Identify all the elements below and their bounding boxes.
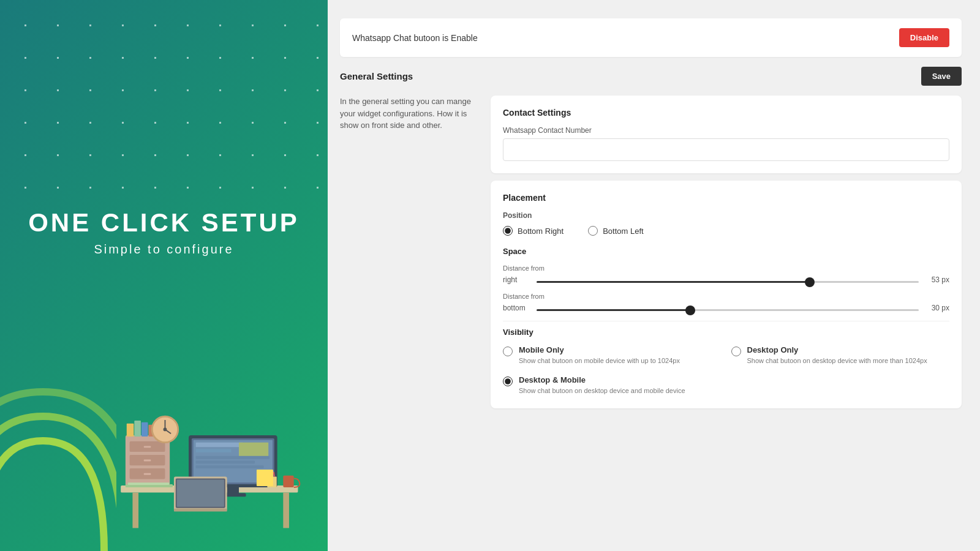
- svg-rect-11: [134, 421, 141, 437]
- vis-mobile-only[interactable]: Mobile Only Show chat butoon on mobile d…: [503, 345, 722, 365]
- position-bottom-right[interactable]: Bottom Right: [503, 226, 564, 236]
- position-bottom-left[interactable]: Bottom Left: [588, 226, 643, 236]
- radio-bottom-right-label: Bottom Right: [518, 227, 564, 236]
- vis-both-text: Desktop & Mobile Show chat butoon on des…: [519, 375, 685, 395]
- right-panel: Whatsapp Chat butoon is Enable Disable G…: [328, 0, 980, 551]
- bottom-value: 30 px: [925, 304, 949, 312]
- vis-desktop-label: Desktop Only: [747, 345, 927, 354]
- svg-rect-10: [127, 424, 134, 437]
- placement-card-title: Placement: [503, 193, 949, 203]
- radio-mobile-only[interactable]: [503, 347, 513, 356]
- hero-title: ONE CLICK SETUP: [28, 208, 300, 238]
- svg-rect-2: [283, 493, 289, 528]
- right-slider-row: right 53 px: [503, 274, 949, 285]
- svg-rect-22: [196, 443, 243, 448]
- dot-grid-decoration: [0, 0, 328, 190]
- svg-rect-8: [144, 460, 151, 462]
- vis-desktop-desc: Show chat butoon on desktop device with …: [747, 356, 927, 365]
- right-slider-container: [537, 274, 919, 285]
- general-cards: Contact Settings Whatsapp Contact Number…: [491, 96, 962, 408]
- radio-desktop-only[interactable]: [731, 347, 741, 356]
- visibility-grid: Mobile Only Show chat butoon on mobile d…: [503, 345, 949, 396]
- svg-rect-26: [196, 461, 255, 464]
- contact-field-label: Whatsapp Contact Number: [503, 126, 949, 135]
- svg-rect-27: [196, 465, 264, 468]
- contact-settings-card: Contact Settings Whatsapp Contact Number: [491, 96, 962, 173]
- visibility-title: Visiblity: [503, 328, 949, 337]
- radio-bottom-left[interactable]: [588, 226, 598, 236]
- save-button[interactable]: Save: [921, 67, 962, 86]
- right-value: 53 px: [925, 276, 949, 284]
- vis-desktop-mobile[interactable]: Desktop & Mobile Show chat butoon on des…: [503, 375, 722, 395]
- contact-card-title: Contact Settings: [503, 108, 949, 118]
- svg-rect-32: [177, 479, 224, 506]
- svg-rect-1: [132, 493, 138, 528]
- right-distance-slider[interactable]: [537, 281, 919, 283]
- svg-rect-7: [144, 446, 151, 448]
- vis-mobile-label: Mobile Only: [519, 345, 680, 354]
- distance-bottom-desc: Distance from: [503, 293, 949, 300]
- bottom-slider-container: [537, 302, 919, 313]
- general-flex-layout: In the general setting you can mange you…: [340, 96, 962, 408]
- general-settings-section: General Settings Save In the general set…: [340, 67, 962, 408]
- bottom-distance-slider[interactable]: [537, 309, 919, 311]
- position-label: Position: [503, 211, 949, 220]
- svg-rect-12: [141, 422, 148, 437]
- svg-rect-41: [257, 470, 273, 486]
- position-radio-group: Bottom Right Bottom Left: [503, 226, 949, 236]
- vis-both-label: Desktop & Mobile: [519, 375, 685, 384]
- svg-rect-23: [196, 449, 232, 452]
- svg-line-38: [274, 472, 274, 477]
- status-bar: Whatsapp Chat butoon is Enable Disable: [340, 18, 962, 57]
- placement-card: Placement Position Bottom Right Bottom L…: [491, 181, 962, 408]
- left-panel: ONE CLICK SETUP Simple to configure: [0, 0, 328, 551]
- distance-right-desc: Distance from: [503, 264, 949, 272]
- vis-mobile-desc: Show chat butoon on mobile device with u…: [519, 356, 680, 365]
- svg-rect-40: [128, 482, 170, 485]
- svg-rect-34: [283, 476, 293, 487]
- vis-mobile-text: Mobile Only Show chat butoon on mobile d…: [519, 345, 680, 365]
- whatsapp-number-input[interactable]: [503, 138, 949, 161]
- radio-bottom-left-label: Bottom Left: [603, 227, 643, 236]
- svg-rect-9: [144, 473, 151, 475]
- right-label: right: [503, 276, 530, 284]
- svg-rect-25: [196, 456, 270, 459]
- radio-desktop-mobile[interactable]: [503, 377, 513, 386]
- status-text: Whatsapp Chat butoon is Enable: [352, 33, 478, 43]
- space-title: Space: [503, 247, 949, 256]
- general-description: In the general setting you can mange you…: [340, 96, 481, 132]
- svg-rect-24: [239, 443, 268, 457]
- vis-desktop-only[interactable]: Desktop Only Show chat butoon on desktop…: [731, 345, 950, 365]
- vis-desktop-text: Desktop Only Show chat butoon on desktop…: [747, 345, 927, 365]
- section-header: General Settings Save: [340, 67, 962, 86]
- hero-content: ONE CLICK SETUP Simple to configure: [0, 208, 328, 257]
- disable-button[interactable]: Disable: [899, 28, 949, 47]
- section-title: General Settings: [340, 71, 413, 81]
- vis-both-desc: Show chat butoon on desktop device and m…: [519, 386, 685, 395]
- radio-bottom-right[interactable]: [503, 226, 513, 236]
- bottom-label: bottom: [503, 304, 530, 312]
- desk-illustration: [74, 367, 322, 539]
- hero-subtitle: Simple to configure: [94, 242, 233, 257]
- svg-rect-33: [174, 509, 227, 512]
- bottom-slider-row: bottom 30 px: [503, 302, 949, 313]
- section-description: In the general setting you can mange you…: [340, 96, 481, 132]
